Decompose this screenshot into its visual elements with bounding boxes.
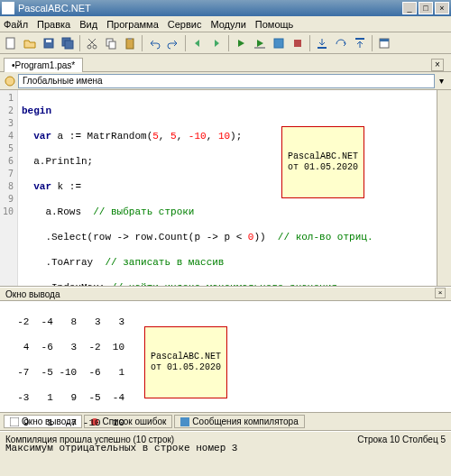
code-area[interactable]: begin var a := MatrRandom(5, 5, -10, 10)… (18, 90, 437, 286)
nav-icon (4, 75, 16, 87)
forward-icon[interactable] (207, 34, 226, 52)
svg-rect-15 (355, 38, 364, 40)
save-icon[interactable] (40, 34, 58, 52)
menu-view[interactable]: Вид (79, 19, 97, 30)
editor: 12345678910 begin var a := MatrRandom(5,… (0, 90, 451, 287)
compile-icon[interactable] (270, 34, 288, 52)
titlebar: PascalABC.NET _ □ × (0, 0, 451, 16)
menu-program[interactable]: Программа (106, 19, 159, 30)
svg-rect-9 (126, 39, 133, 49)
watermark: PascalABC.NETот 01.05.2020 (281, 126, 364, 198)
navbar: Глобальные имена ▾ (0, 72, 451, 90)
vertical-scrollbar[interactable] (437, 90, 451, 286)
redo-icon[interactable] (164, 34, 182, 52)
run-icon[interactable] (232, 34, 250, 52)
copy-icon[interactable] (102, 34, 120, 52)
paste-icon[interactable] (121, 34, 139, 52)
step-into-icon[interactable] (313, 34, 331, 52)
close-button[interactable]: × (435, 2, 449, 14)
svg-rect-10 (128, 38, 132, 40)
svg-rect-17 (380, 39, 389, 41)
minimize-button[interactable]: _ (402, 2, 417, 14)
menu-modules[interactable]: Модули (210, 19, 245, 30)
nav-dropdown-arrow-icon[interactable]: ▾ (435, 76, 447, 86)
svg-rect-8 (109, 41, 115, 49)
back-icon[interactable] (189, 34, 207, 52)
stop-icon[interactable] (289, 34, 307, 52)
pin-icon[interactable]: × (435, 288, 446, 298)
svg-rect-4 (65, 41, 73, 49)
cut-icon[interactable] (83, 34, 101, 52)
open-file-icon[interactable] (21, 34, 39, 52)
svg-rect-11 (254, 47, 265, 49)
output-panel-title: Окно вывода × (0, 287, 451, 301)
line-gutter: 12345678910 (0, 90, 18, 286)
form-icon[interactable] (375, 34, 393, 52)
window-buttons: _ □ × (402, 2, 449, 14)
undo-icon[interactable] (145, 34, 163, 52)
tab-close-icon[interactable]: × (431, 59, 444, 71)
toolbar (0, 32, 451, 54)
step-out-icon[interactable] (351, 34, 369, 52)
svg-rect-14 (318, 47, 327, 49)
run-alt-icon[interactable] (251, 34, 269, 52)
file-tab[interactable]: •Program1.pas* (4, 58, 83, 72)
menu-edit[interactable]: Правка (37, 19, 70, 30)
svg-rect-13 (294, 40, 301, 47)
tabbar: •Program1.pas* × (0, 54, 451, 72)
app-icon (2, 2, 14, 14)
watermark-output: PascalABC.NETот 01.05.2020 (144, 326, 227, 398)
step-over-icon[interactable] (332, 34, 350, 52)
nav-dropdown[interactable]: Глобальные имена (18, 74, 435, 88)
output-area[interactable]: -2 -4 8 3 3 4 -6 3 -2 10 -7 -5 -10 -6 1 … (0, 301, 451, 413)
save-all-icon[interactable] (59, 34, 77, 52)
svg-rect-2 (46, 40, 51, 42)
window-title: PascalABC.NET (18, 3, 402, 14)
menu-help[interactable]: Помощь (255, 19, 294, 30)
svg-rect-0 (6, 38, 14, 49)
maximize-button[interactable]: □ (419, 2, 433, 14)
menubar: Файл Правка Вид Программа Сервис Модули … (0, 16, 451, 32)
new-file-icon[interactable] (2, 34, 20, 52)
svg-rect-12 (274, 39, 283, 48)
svg-point-18 (5, 77, 14, 86)
menu-service[interactable]: Сервис (168, 19, 202, 30)
menu-file[interactable]: Файл (4, 19, 28, 30)
